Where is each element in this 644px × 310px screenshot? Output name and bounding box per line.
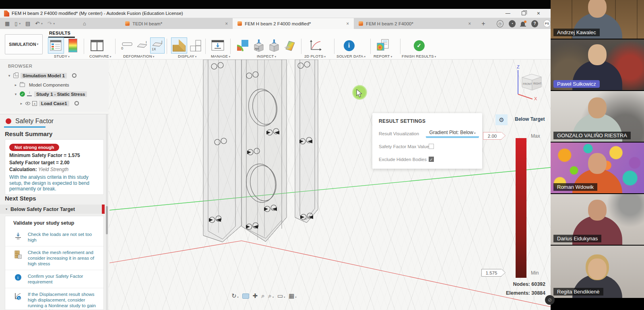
history-clock-icon[interactable]: ◔: [509, 20, 516, 27]
legend-max-flag[interactable]: 2.00: [483, 132, 502, 140]
chevron-down-icon[interactable]: ▾: [14, 92, 18, 96]
next-steps-group-row[interactable]: ▾ Below Safety Factor Target: [0, 205, 105, 214]
new-tab-icon[interactable]: +: [481, 20, 485, 27]
deformation-actual-icon[interactable]: I: [135, 38, 149, 53]
svg-text:I: I: [146, 40, 147, 44]
user-avatar[interactable]: PS: [543, 20, 551, 27]
panel-scrollbar[interactable]: [106, 114, 108, 310]
grid-settings-icon[interactable]: ▦: [289, 292, 296, 300]
redo-icon[interactable]: ↷: [47, 21, 55, 27]
2d-plots-label[interactable]: 2D PLOTS: [304, 54, 326, 58]
step-check-loads[interactable]: Check the loads are not set too high: [5, 228, 103, 246]
scrollbar-thumb[interactable]: [106, 206, 108, 234]
tab-close-icon[interactable]: ×: [346, 21, 349, 27]
file-menu-icon[interactable]: ▯: [14, 21, 21, 27]
solver-data-icon[interactable]: i: [341, 38, 357, 53]
study-label[interactable]: STUDY: [54, 54, 70, 58]
max-value-checkbox[interactable]: [429, 144, 434, 149]
workspace-selector[interactable]: SIMULATION: [5, 34, 43, 54]
participant-tile[interactable]: Paweł Sułkowicz: [551, 39, 644, 90]
finish-results-label[interactable]: FINISH RESULTS: [402, 54, 436, 58]
fit-icon[interactable]: ⌕: [268, 292, 274, 300]
chevron-down-icon[interactable]: ▾: [7, 74, 11, 78]
viewport-canvas[interactable]: Z X FRONT RIGHT RESULT SETTINGS Result V…: [109, 60, 551, 310]
undo-icon[interactable]: ↶: [35, 21, 42, 27]
view-cube[interactable]: Z X FRONT RIGHT: [509, 61, 553, 101]
step-confirm-requirement[interactable]: i Confirm your Safety Factor requirement: [5, 270, 103, 288]
tab-fem-h-beam[interactable]: FEM H beam 2 F4000* ×: [354, 18, 476, 29]
close-button[interactable]: ×: [537, 10, 540, 17]
ribbon-tab-results[interactable]: RESULTS: [49, 31, 70, 35]
study-group: [48, 38, 80, 53]
inspect-group: xyz: [235, 38, 298, 53]
display-settings-icon[interactable]: ▭: [277, 292, 285, 300]
inspect-label[interactable]: INSPECT: [257, 54, 276, 58]
participant-tile[interactable]: Roman Wdowik: [551, 143, 644, 193]
display-label[interactable]: DISPLAY: [178, 54, 197, 58]
orbit-icon[interactable]: ↻: [231, 292, 239, 300]
expand-arrow-icon[interactable]: ▾: [6, 207, 7, 211]
deformation-scale-icon[interactable]: I1X: [151, 38, 164, 53]
notification-bell-icon[interactable]: [521, 22, 525, 26]
look-at-icon[interactable]: [242, 293, 249, 299]
home-icon[interactable]: ⌂: [83, 21, 86, 27]
tree-load-case[interactable]: ▸ ± Load Case1: [0, 99, 109, 108]
job-status-icon[interactable]: ◷: [497, 20, 504, 27]
deformation-label[interactable]: DEFORMATION: [123, 54, 154, 58]
panel-title-underline: [4, 126, 45, 128]
minimize-button[interactable]: —: [506, 10, 510, 16]
2d-plots-icon[interactable]: [308, 38, 323, 53]
tab-fem-h-beam-modified[interactable]: FEM H beam 2 F4000 modified* ×: [233, 18, 354, 29]
tab-close-icon[interactable]: ×: [225, 21, 228, 27]
inspect-probe-xyz-icon[interactable]: xyz: [252, 38, 266, 53]
result-status-dot: [6, 118, 11, 124]
report-icon[interactable]: [375, 38, 390, 53]
legend-min-flag[interactable]: 1.575: [481, 269, 502, 277]
help-icon[interactable]: ?: [531, 20, 538, 27]
manage-label[interactable]: MANAGE: [211, 54, 230, 58]
chevron-right-icon[interactable]: ▸: [14, 83, 18, 87]
step-nonlinear-study[interactable]: ↻ If the Displacement result shows high …: [5, 288, 103, 310]
tab-tedi-h-beam[interactable]: TEDI H beam* ×: [120, 18, 233, 29]
study-icon[interactable]: [48, 38, 64, 53]
display-mesh-icon[interactable]: [171, 38, 187, 53]
legend-gear-icon[interactable]: ⚙: [495, 114, 508, 125]
inspect-slice-icon[interactable]: [283, 38, 298, 53]
manage-icon[interactable]: [210, 38, 225, 53]
tree-simulation-model[interactable]: ▾ Simulation Model 1: [0, 71, 109, 80]
step-check-mesh[interactable]: Check the mesh refinement and consider i…: [5, 246, 103, 270]
max-value-label: Safety Factor Max Value: [379, 144, 429, 149]
participant-tile[interactable]: Darius Eidukynas: [551, 194, 644, 245]
inspect-probe-icon[interactable]: [267, 38, 281, 53]
finish-results-icon[interactable]: ✓: [411, 38, 427, 53]
compare-icon[interactable]: [89, 38, 105, 53]
participant-tile[interactable]: Regita Bendikienė: [551, 246, 644, 298]
exclude-checkbox[interactable]: ✓: [429, 157, 434, 162]
restore-button[interactable]: [522, 11, 526, 15]
result-settings-dialog: RESULT SETTINGS Result Visualization Gra…: [372, 113, 482, 169]
participant-tile[interactable]: Andrzej Kawalec: [551, 0, 644, 39]
display-bodies-icon[interactable]: [188, 38, 204, 53]
legend-gradient-icon[interactable]: [65, 38, 80, 53]
tree-model-components[interactable]: ▸ Model Components: [0, 80, 109, 89]
report-label[interactable]: REPORT: [374, 54, 392, 58]
chevron-right-icon[interactable]: ▸: [19, 101, 23, 105]
compare-label[interactable]: COMPARE: [89, 54, 111, 58]
component-icon: [13, 73, 19, 78]
ribbon-toolbar: SIMULATION RESULTS STUDY COMPARE: [0, 29, 551, 60]
eye-icon[interactable]: [25, 102, 30, 105]
inspect-results-icon[interactable]: [235, 38, 250, 53]
visibility-ring-icon[interactable]: [74, 101, 79, 105]
solver-data-label[interactable]: SOLVER DATA: [336, 54, 365, 58]
tree-study[interactable]: ▾ ✓ Study 1 - Static Stress: [0, 89, 109, 99]
app-grid-icon[interactable]: ▦: [5, 21, 10, 27]
visibility-ring-icon[interactable]: [72, 73, 76, 78]
deformation-undeformed-icon[interactable]: 0: [120, 38, 134, 53]
participant-tile[interactable]: GONZALO VALIÑO RIESTRA: [551, 91, 644, 142]
visualization-dropdown[interactable]: Gradient Plot: Below: [426, 130, 479, 137]
meeting-widget-icon[interactable]: ⊘: [545, 295, 555, 305]
pan-icon[interactable]: ✚: [253, 292, 258, 300]
tab-close-icon[interactable]: ×: [468, 21, 471, 27]
save-icon[interactable]: ▤: [25, 21, 30, 27]
zoom-icon[interactable]: ⌕: [261, 292, 264, 300]
